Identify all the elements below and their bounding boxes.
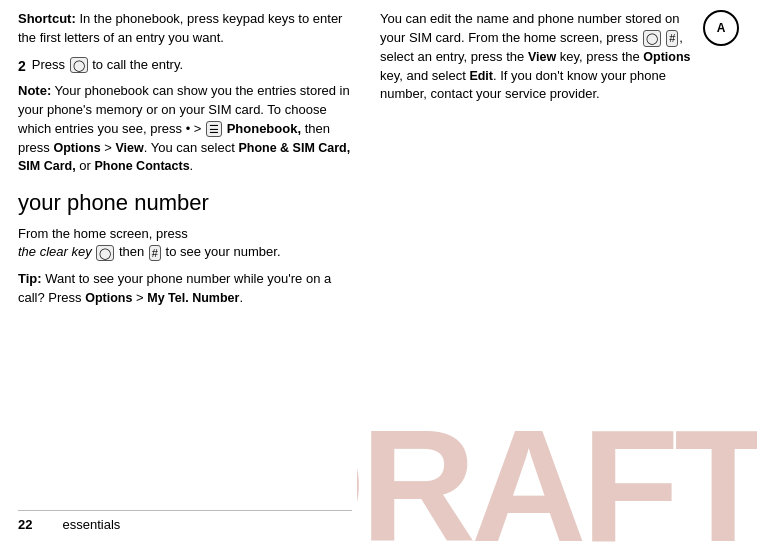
phone-number-block: From the home screen, press the clear ke… (18, 225, 352, 263)
note-options: Options (53, 141, 100, 155)
shortcut-paragraph: Shortcut: In the phonebook, press keypad… (18, 10, 352, 48)
right-kbd1: ◯ (643, 30, 661, 46)
right-text4: key, and select (380, 68, 469, 83)
step2-text2: to call the entry. (89, 57, 183, 72)
note-view: View (115, 141, 143, 155)
step2-text: Press ◯ to call the entry. (32, 56, 183, 76)
step2-press-text: Press (32, 57, 69, 72)
circle-label: A (717, 21, 726, 35)
right-header-block: You can edit the name and phone number s… (380, 10, 739, 110)
page-footer: 22 essentials (18, 510, 352, 532)
page-label: essentials (62, 517, 120, 532)
step2-number: 2 (18, 56, 26, 76)
tip-block: Tip: Want to see your phone number while… (18, 270, 352, 308)
shortcut-block: Shortcut: In the phonebook, press keypad… (18, 10, 352, 48)
see-text: to see your number. (162, 244, 281, 259)
right-options-key: Options (643, 50, 690, 64)
page-number: 22 (18, 517, 32, 532)
hash-kbd: # (149, 245, 161, 261)
right-column: You can edit the name and phone number s… (370, 0, 757, 546)
tip-label: Tip: (18, 271, 42, 286)
note-label: Note: (18, 83, 51, 98)
note-paragraph: Note: Your phonebook can show you the en… (18, 82, 352, 176)
page-container: Shortcut: In the phonebook, press keypad… (0, 0, 757, 546)
note-sim-card: SIM Card, (18, 159, 76, 173)
right-kbd1b: # (666, 30, 678, 46)
note-select: . You can select (144, 140, 239, 155)
section-heading: your phone number (18, 190, 352, 216)
right-paragraph: You can edit the name and phone number s… (380, 10, 695, 104)
note-phone-sim: Phone & SIM Card, (238, 141, 350, 155)
tip-period: . (239, 290, 243, 305)
note-gt2: > (101, 140, 116, 155)
tip-mytel: My Tel. Number (147, 291, 239, 305)
right-view-key: View (528, 50, 556, 64)
circle-icon: A (703, 10, 739, 46)
clear-key-prefix: the clear key (18, 244, 95, 259)
from-text: From the home screen, press (18, 226, 188, 241)
note-period: . (190, 158, 194, 173)
from-paragraph: From the home screen, press the clear ke… (18, 225, 352, 263)
clear-key-kbd: ◯ (96, 245, 114, 261)
note-gt: > (190, 121, 205, 136)
then-text: then (115, 244, 148, 259)
right-edit-key: Edit (469, 69, 493, 83)
step2-block: 2 Press ◯ to call the entry. (18, 56, 352, 76)
tip-options: Options (85, 291, 132, 305)
shortcut-label: Shortcut: (18, 11, 76, 26)
note-block: Note: Your phonebook can show you the en… (18, 82, 352, 176)
note-phonebook-label: Phonebook, (223, 121, 301, 136)
right-text1: You can edit the name and phone number s… (380, 11, 679, 45)
tip-paragraph: Tip: Want to see your phone number while… (18, 270, 352, 308)
note-phone-contacts: Phone Contacts (94, 159, 189, 173)
left-column: Shortcut: In the phonebook, press keypad… (0, 0, 370, 546)
note-or: or (76, 158, 95, 173)
right-text3: key, press the (556, 49, 643, 64)
note-phonebook-icon: ☰ (206, 121, 222, 137)
tip-gt: > (132, 290, 147, 305)
step2-call-key: ◯ (70, 57, 88, 73)
